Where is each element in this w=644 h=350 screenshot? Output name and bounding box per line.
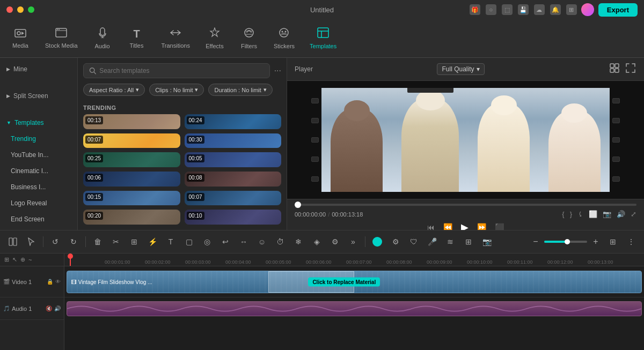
zoom-slider[interactable] [544, 241, 587, 243]
screen-icon[interactable]: ⬚ [502, 4, 513, 15]
camera-icon[interactable]: 📷 [603, 210, 611, 218]
eye-icon[interactable]: 👁 [55, 279, 61, 285]
aspect-ratio-filter[interactable]: Aspect Ratio : All ▾ [83, 84, 145, 96]
extract-icon[interactable]: ⊞ [461, 234, 476, 249]
sidebar-item-endscreen[interactable]: End Screen [0, 211, 77, 227]
flip-icon[interactable]: ↔ [236, 234, 251, 249]
toolbar-stickers[interactable]: Stickers [267, 23, 301, 54]
profile-icon[interactable]: ○ [486, 4, 496, 15]
settings-icon[interactable]: ⚙ [388, 234, 403, 249]
maximize-button[interactable] [28, 6, 34, 13]
close-button[interactable] [6, 6, 13, 13]
progress-bar[interactable] [295, 204, 636, 206]
zoom-handle[interactable] [565, 239, 570, 244]
toolbar-templates[interactable]: Templates [303, 23, 343, 54]
search-input[interactable] [99, 67, 264, 75]
split-icon[interactable]: ⤹ [577, 210, 583, 218]
toolbar-media[interactable]: Media [4, 24, 36, 53]
template-card-youtube[interactable]: GAMEYouTube 00:06 ↓ YouTube Game... [83, 172, 180, 187]
clips-filter[interactable]: Clips : No limit ▾ [149, 84, 204, 96]
save-icon[interactable]: 💾 [518, 4, 529, 15]
sidebar-templates-header[interactable]: ▼ Templates [0, 115, 77, 131]
template-card-wedding[interactable]: WeddingScene 00:20 Wedding Scen... [83, 210, 180, 225]
sidebar-item-business[interactable]: Business I... [0, 179, 77, 195]
sidebar-mine-header[interactable]: ▶ Mine [0, 61, 77, 77]
mute-icon[interactable]: 🔇 [46, 306, 52, 311]
add-track-icon[interactable]: ⊞ [4, 256, 9, 263]
bracket-icon[interactable]: } [570, 210, 572, 218]
user-avatar[interactable] [581, 3, 594, 16]
volume-icon[interactable]: 🔊 [617, 210, 625, 218]
more-tools-icon[interactable]: » [346, 234, 361, 249]
fullscreen-button[interactable] [625, 62, 636, 76]
template-card-internet[interactable]: BUSINESSINTRO 00:24 Internet Busine... [185, 114, 282, 129]
color-icon[interactable]: ◈ [309, 234, 324, 249]
sidebar-item-logo[interactable]: Logo Reveal [0, 195, 77, 211]
audio-wave-sm-icon[interactable]: ~ [28, 257, 32, 263]
sidebar-item-cinematic[interactable]: Cinematic I... [0, 163, 77, 179]
select-icon[interactable] [24, 234, 39, 249]
shape-icon[interactable]: ◎ [200, 234, 215, 249]
toolbar-filters[interactable]: Filters [233, 23, 265, 54]
camera-tool-icon[interactable]: 📷 [479, 234, 494, 249]
volume-track-icon[interactable]: 🔊 [54, 306, 61, 311]
redo-icon[interactable]: ↻ [66, 234, 81, 249]
step-back-icon[interactable]: ⏪ [443, 223, 452, 230]
rotate-icon[interactable]: ↩ [218, 234, 233, 249]
minimize-button[interactable] [17, 6, 24, 13]
zoom-in-button[interactable]: + [589, 235, 602, 248]
adjustment-icon[interactable]: ⚙ [327, 234, 342, 249]
audio-wave-icon[interactable]: ≋ [443, 234, 458, 249]
text-tool-icon[interactable]: T [163, 234, 178, 249]
frame-icon[interactable]: ▢ [181, 234, 196, 249]
layout-toggle-icon[interactable]: ⊞ [605, 234, 620, 249]
more-options-icon[interactable]: ⋮ [624, 234, 639, 249]
template-card-imaging[interactable]: 📷 00:07 Imaging Produc... [185, 191, 282, 206]
mic-icon[interactable]: 🎤 [425, 234, 440, 249]
more-options-button[interactable]: ··· [274, 66, 281, 76]
sidebar-item-youtube[interactable]: YouTube In... [0, 147, 77, 163]
undo-icon[interactable]: ↺ [48, 234, 63, 249]
template-card-education[interactable]: EDUCATIONModern 00:30 Modern Educati... [185, 133, 282, 148]
record-btn[interactable] [370, 234, 385, 249]
grid-icon[interactable]: ⊞ [566, 4, 577, 15]
toolbar-stock[interactable]: Stock Media [39, 24, 84, 53]
monitor-icon[interactable]: ⬜ [589, 210, 597, 218]
template-card-corporate[interactable]: CORPORATETEAM 00:15 Company Team... [83, 191, 180, 206]
toolbar-effects[interactable]: Effects [199, 23, 231, 54]
duration-filter[interactable]: Duration : No limit ▾ [208, 84, 272, 96]
gift-icon[interactable]: 🎁 [470, 4, 480, 15]
template-card-memories[interactable]: 📱Memories 00:10 Memories Of O... [185, 210, 282, 225]
template-card-welcome[interactable]: THANKS FORWATCHING 00:25 ↓ Welcome To M.… [83, 152, 180, 167]
timeline-ruler[interactable]: 00:00:01:00 00:00:02:00 00:00:03:00 00:0… [64, 254, 644, 266]
stop-icon[interactable]: ⬛ [495, 223, 504, 230]
sidebar-split-header[interactable]: ▶ Split Screen [0, 88, 77, 104]
grid-view-button[interactable] [609, 62, 620, 76]
toolbar-titles[interactable]: T Titles [121, 24, 153, 53]
shield-icon[interactable]: 🛡 [406, 234, 421, 249]
zoom-out-button[interactable]: − [529, 235, 542, 248]
delete-icon[interactable]: 🗑 [90, 234, 105, 249]
cut-icon[interactable]: { [562, 210, 564, 218]
lock-icon[interactable]: 🔒 [47, 279, 53, 285]
toolbar-transitions[interactable]: Transitions [155, 24, 196, 53]
progress-handle[interactable] [295, 202, 301, 208]
video-clip[interactable]: 🎞 Vintage Film Slideshow Vlog ... Click … [67, 271, 642, 293]
template-card-characters[interactable]: 👋 00:07 Characters App... [83, 133, 180, 148]
freeze-icon[interactable]: ❄ [291, 234, 306, 249]
prev-frame-icon[interactable]: ⏮ [427, 223, 435, 230]
bell-icon[interactable]: 🔔 [550, 4, 561, 15]
cursor-icon[interactable]: ↖ [12, 256, 17, 263]
magnet-icon[interactable]: ⊕ [20, 256, 25, 263]
split-tool-icon[interactable]: ⚡ [145, 234, 160, 249]
quality-selector[interactable]: Full Quality ▾ [437, 63, 484, 75]
toolbar-audio[interactable]: Audio [86, 23, 119, 54]
speed-icon[interactable]: ⏱ [273, 234, 288, 249]
snap-icon[interactable] [5, 234, 20, 249]
template-card-subscribe[interactable]: ▶ SUBSCRIBE 00:05 ↓ Subscribe Now [185, 152, 282, 167]
sidebar-item-trending[interactable]: Trending [0, 131, 77, 147]
emoji-icon[interactable]: ☺ [254, 234, 269, 249]
template-card-vintage[interactable]: 🎞 00:13 ↓ Vintage Film Sli... [83, 114, 180, 129]
cut-tool-icon[interactable]: ✂ [108, 234, 123, 249]
audio-clip[interactable] [67, 301, 642, 316]
